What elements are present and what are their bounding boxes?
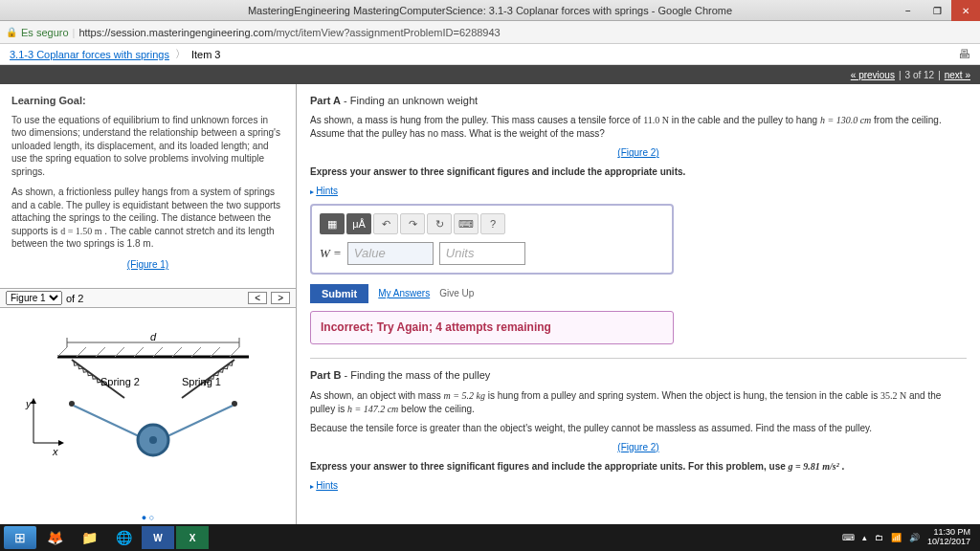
part-a-fig2-link[interactable]: (Figure 2)	[617, 147, 658, 158]
part-b-body2: Because the tensile force is greater tha…	[310, 422, 967, 435]
clock[interactable]: 11:30 PM 10/12/2017	[927, 528, 970, 547]
print-icon[interactable]: 🖶	[958, 47, 970, 61]
part-b-fig2-link[interactable]: (Figure 2)	[617, 442, 658, 452]
part-b-instructions: Express your answer to three significant…	[310, 460, 967, 474]
svg-marker-25	[58, 440, 64, 446]
redo-button[interactable]: ↷	[400, 213, 425, 234]
part-a-instructions: Express your answer to three significant…	[310, 165, 967, 179]
svg-point-21	[149, 436, 157, 444]
network-icon[interactable]: 📶	[891, 533, 902, 542]
volume-icon[interactable]: 🔊	[909, 533, 920, 542]
part-b-title: Part B - Finding the mass of the pulley	[310, 368, 967, 383]
units-input[interactable]: Units	[439, 242, 525, 265]
symbol-button[interactable]: μÅ	[346, 213, 371, 234]
my-answers-link[interactable]: My Answers	[378, 287, 430, 300]
learning-goal: Learning Goal: To use the equations of e…	[0, 84, 296, 288]
left-panel: Learning Goal: To use the equations of e…	[0, 84, 297, 524]
maximize-button[interactable]: ❐	[923, 0, 951, 21]
lock-icon: 🔒	[6, 27, 17, 37]
figure-count: of 2	[66, 293, 83, 304]
undo-button[interactable]: ↶	[373, 213, 398, 234]
submit-button[interactable]: Submit	[310, 284, 368, 303]
explorer-icon[interactable]: 📁	[73, 526, 105, 549]
figure-canvas: d Spring 2 Spring 1 y x	[0, 308, 296, 511]
fraction-button[interactable]: ▦	[320, 213, 345, 234]
part-a-title: Part A - Finding an unknown weight	[310, 94, 967, 108]
svg-line-19	[167, 406, 233, 436]
taskbar: ⊞ 🦊 📁 🌐 W X ⌨ ▴ 🗀 📶 🔊 11:30 PM 10/12/201…	[0, 524, 980, 551]
spring2-label: Spring 2	[100, 376, 140, 387]
word-icon[interactable]: W	[142, 526, 174, 549]
reset-button[interactable]: ↻	[427, 213, 452, 234]
content-panel: Part A - Finding an unknown weight As sh…	[297, 84, 980, 524]
figure-prev-button[interactable]: <	[248, 292, 267, 304]
pager-next[interactable]: next »	[945, 70, 970, 80]
feedback-message: Incorrect; Try Again; 4 attempts remaini…	[310, 311, 674, 344]
figure-dots[interactable]: ● ○	[0, 511, 296, 524]
firefox-icon[interactable]: 🦊	[38, 526, 71, 549]
start-button[interactable]: ⊞	[4, 526, 36, 549]
part-b-hints-toggle[interactable]: Hints	[310, 479, 967, 493]
keyboard-tray-icon[interactable]: ⌨	[842, 533, 855, 542]
minimize-button[interactable]: −	[894, 0, 923, 21]
goal-p1: To use the equations of equilibrium to f…	[11, 114, 284, 179]
give-up-link[interactable]: Give Up	[439, 287, 474, 300]
x-label: x	[52, 446, 58, 457]
figure-next-button[interactable]: >	[271, 292, 290, 304]
url-text[interactable]: https://session.masteringengineering.com…	[78, 27, 500, 38]
svg-line-18	[74, 406, 139, 436]
tray-up-icon[interactable]: ▴	[862, 533, 867, 542]
figure-toolbar: Figure 1 of 2 < >	[0, 288, 296, 308]
keyboard-button[interactable]: ⌨	[454, 213, 479, 234]
d-label: d	[149, 333, 156, 342]
battery-icon[interactable]: 🗀	[875, 533, 883, 542]
goal-heading: Learning Goal:	[11, 94, 284, 108]
part-a-hints-toggle[interactable]: Hints	[310, 185, 967, 198]
figure-select[interactable]: Figure 1	[6, 291, 62, 305]
answer-variable: W =	[320, 245, 342, 262]
close-button[interactable]: ✕	[951, 0, 980, 21]
window-title: MasteringEngineering MasteringComputerSc…	[248, 5, 732, 16]
chevron-right-icon: 〉	[175, 47, 186, 61]
equation-toolbar: ▦ μÅ ↶ ↷ ↻ ⌨ ?	[320, 213, 664, 234]
answer-box: ▦ μÅ ↶ ↷ ↻ ⌨ ? W = Value Units	[310, 204, 674, 275]
pager-position: 3 of 12	[905, 70, 935, 80]
spring1-label: Spring 1	[182, 376, 221, 387]
breadcrumb-parent[interactable]: 3.1-3 Coplanar forces with springs	[10, 49, 169, 60]
svg-marker-24	[31, 398, 36, 404]
value-input[interactable]: Value	[347, 242, 434, 265]
address-bar: 🔒 Es seguro | https://session.masteringe…	[0, 21, 980, 44]
chrome-icon[interactable]: 🌐	[107, 526, 140, 549]
breadcrumb-current: Item 3	[191, 49, 221, 60]
breadcrumb: 3.1-3 Coplanar forces with springs 〉 Ite…	[0, 44, 980, 65]
goal-p2: As shown, a frictionless pulley hangs fr…	[11, 186, 284, 251]
figure-1-link[interactable]: (Figure 1)	[127, 259, 168, 270]
excel-icon[interactable]: X	[176, 526, 209, 549]
window-titlebar: MasteringEngineering MasteringComputerSc…	[0, 0, 980, 21]
item-pager: « previous | 3 of 12 | next »	[0, 65, 980, 84]
secure-label: Es seguro	[21, 27, 69, 38]
system-tray[interactable]: ⌨ ▴ 🗀 📶 🔊 11:30 PM 10/12/2017	[842, 528, 976, 547]
help-button[interactable]: ?	[480, 213, 505, 234]
part-a-body: As shown, a mass is hung from the pulley…	[310, 114, 967, 141]
pager-prev[interactable]: « previous	[851, 70, 895, 80]
part-b-body1: As shown, an object with mass m = 5.2 kg…	[310, 389, 967, 416]
